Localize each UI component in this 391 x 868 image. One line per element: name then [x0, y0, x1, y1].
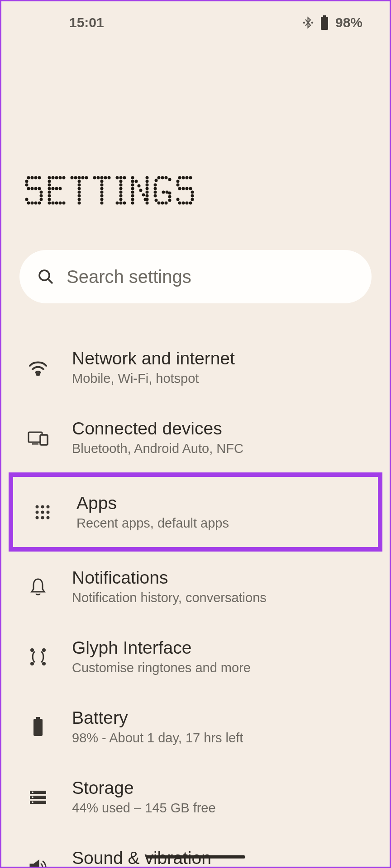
bluetooth-icon [303, 16, 314, 29]
svg-point-66 [119, 176, 123, 179]
svg-point-92 [146, 184, 149, 187]
svg-point-55 [100, 176, 104, 179]
battery-percent: 98% [335, 15, 362, 30]
svg-point-71 [119, 191, 123, 194]
svg-point-21 [25, 198, 29, 201]
settings-item-sound[interactable]: Sound & vibration Volume, vibration, Do … [1, 832, 390, 868]
status-right: 98% [303, 15, 362, 30]
svg-point-59 [100, 184, 104, 187]
svg-point-26 [62, 176, 66, 179]
svg-point-41 [71, 176, 74, 179]
svg-point-57 [108, 176, 111, 179]
svg-point-122 [178, 187, 181, 190]
svg-point-116 [178, 176, 181, 179]
svg-point-117 [182, 176, 185, 179]
settings-item-battery[interactable]: Battery 98% - About 1 day, 17 hrs left [1, 692, 390, 762]
item-subtitle: Recent apps, default apps [76, 516, 364, 531]
svg-point-100 [165, 176, 168, 179]
svg-point-38 [55, 202, 58, 205]
svg-point-82 [131, 194, 134, 198]
svg-point-69 [119, 184, 123, 187]
settings-item-glyph[interactable]: Glyph Interface Customise ringtones and … [1, 622, 390, 692]
svg-point-124 [186, 187, 189, 190]
svg-point-107 [155, 199, 158, 202]
svg-point-65 [116, 176, 119, 179]
svg-point-32 [59, 187, 62, 190]
svg-point-75 [119, 202, 123, 205]
item-title: Battery [72, 708, 376, 728]
item-subtitle: Notification history, conversations [72, 590, 376, 605]
svg-point-152 [31, 662, 33, 665]
svg-point-94 [146, 191, 149, 194]
svg-point-27 [48, 180, 51, 183]
svg-point-61 [100, 191, 104, 194]
svg-point-81 [131, 191, 134, 194]
svg-point-91 [146, 180, 149, 183]
page-title [1, 30, 390, 216]
svg-point-133 [176, 198, 180, 201]
settings-item-connected[interactable]: Connected devices Bluetooth, Android Aut… [1, 402, 390, 472]
svg-point-78 [131, 180, 134, 183]
svg-point-87 [139, 189, 143, 192]
svg-point-0 [304, 22, 305, 23]
settings-item-storage[interactable]: Storage 44% used – 145 GB free [1, 762, 390, 832]
svg-point-83 [131, 198, 134, 201]
settings-item-apps[interactable]: Apps Recent apps, default apps [9, 472, 382, 552]
svg-line-135 [48, 279, 52, 283]
svg-point-67 [123, 176, 126, 179]
svg-point-64 [100, 202, 104, 205]
svg-point-46 [78, 180, 81, 183]
svg-point-126 [191, 191, 194, 194]
svg-point-6 [34, 176, 38, 179]
svg-point-49 [78, 191, 81, 194]
apps-grid-icon [31, 501, 54, 524]
item-title: Storage [72, 778, 376, 798]
svg-point-98 [157, 176, 161, 179]
svg-point-77 [131, 176, 134, 179]
svg-point-130 [182, 202, 185, 205]
svg-point-103 [154, 184, 157, 187]
svg-rect-154 [36, 717, 40, 719]
item-text: Storage 44% used – 145 GB free [72, 778, 376, 816]
settings-item-network[interactable]: Network and internet Mobile, Wi-Fi, hots… [1, 332, 390, 402]
svg-point-118 [186, 176, 189, 179]
svg-point-22 [48, 176, 51, 179]
settings-list: Network and internet Mobile, Wi-Fi, hots… [1, 326, 390, 868]
svg-point-148 [41, 516, 44, 519]
item-title: Network and internet [72, 349, 376, 368]
search-icon [38, 269, 54, 285]
svg-point-143 [47, 505, 50, 508]
svg-point-52 [78, 202, 81, 205]
svg-point-45 [85, 176, 88, 179]
svg-point-1 [312, 22, 313, 23]
svg-point-51 [78, 198, 81, 201]
svg-point-161 [32, 801, 33, 803]
svg-point-13 [38, 187, 41, 190]
svg-point-97 [146, 202, 149, 205]
svg-point-131 [186, 202, 189, 205]
item-subtitle: 98% - About 1 day, 17 hrs left [72, 731, 376, 745]
svg-point-146 [47, 510, 50, 514]
item-text: Apps Recent apps, default apps [76, 493, 364, 531]
settings-item-notifications[interactable]: Notifications Notification history, conv… [1, 552, 390, 622]
devices-icon [27, 426, 49, 449]
svg-point-70 [119, 187, 123, 190]
svg-point-8 [25, 180, 29, 183]
storage-icon [27, 786, 49, 808]
svg-point-47 [78, 184, 81, 187]
svg-point-53 [93, 176, 96, 179]
svg-point-19 [34, 202, 38, 205]
svg-point-5 [31, 176, 34, 179]
svg-point-16 [40, 198, 43, 201]
svg-point-136 [37, 373, 39, 375]
svg-point-109 [161, 202, 164, 205]
svg-point-25 [59, 176, 62, 179]
search-bar[interactable]: Search settings [19, 250, 372, 303]
svg-point-30 [52, 187, 55, 190]
svg-point-31 [55, 187, 58, 190]
svg-point-36 [48, 202, 51, 205]
svg-point-79 [131, 184, 134, 187]
svg-point-104 [154, 187, 157, 190]
navigation-handle[interactable] [146, 855, 245, 859]
svg-point-35 [48, 198, 51, 201]
